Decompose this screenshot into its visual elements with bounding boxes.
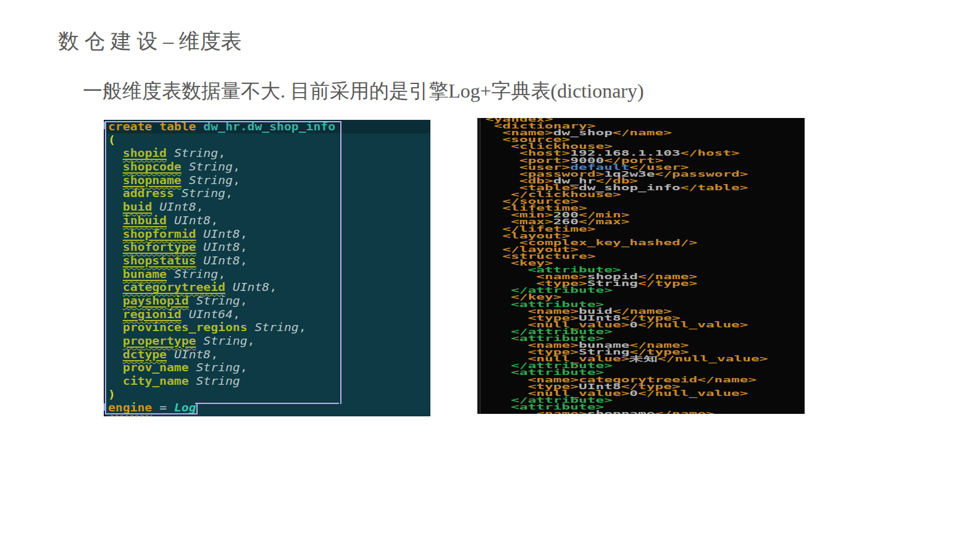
code-token: </null_value> [638,389,748,398]
code-line: categorytreeid UInt8, [108,281,335,295]
code-line: propertype String, [108,335,335,348]
code-line: shopid String, [108,147,335,161]
code-token: UInt8 [196,241,240,253]
code-token [108,361,123,374]
code-token [108,174,123,187]
code-token: UInt8 [152,201,196,213]
code-token: </name> [613,128,672,137]
code-token: </host> [681,149,740,158]
code-token: String [167,268,218,280]
code-token: UInt8 [196,228,240,240]
code-token: </password> [655,170,748,179]
code-token: , [240,254,248,267]
code-token: propertype [123,335,196,347]
gutter-caret-mark [104,403,106,411]
code-token: </type> [638,279,697,288]
code-line: ) [108,389,335,402]
code-token [108,201,123,213]
code-token [108,228,123,240]
code-token [108,161,123,173]
code-line: regionid UInt64, [108,308,335,322]
code-token: dctype [123,348,167,361]
code-line: buname String, [108,268,335,282]
code-token: , [225,187,233,200]
code-line: shopname String, [108,174,335,188]
code-token [108,295,123,307]
code-token: inbuid [123,214,167,227]
code-token: , [269,281,277,293]
code-token: , [218,268,225,280]
code-token: shopcode [123,161,182,173]
code-token: shopformid [123,228,196,240]
code-token: ( [108,134,115,146]
code-token: provinces_regions [123,321,248,334]
code-line: shopcode String, [108,161,335,174]
code-token: shopname [123,174,182,187]
code-token [108,335,123,347]
code-token: </table> [681,183,748,192]
code-token [108,281,123,293]
code-line: provinces_regions String, [108,321,335,335]
code-token: String [196,335,247,347]
code-line: address String, [108,187,335,201]
code-line: payshopid String, [108,295,335,308]
code-token: UInt8 [225,281,269,293]
code-token: , [240,361,248,374]
gutter-caret-mark [104,122,106,129]
code-line: create table dw_hr.dw_shop_info [108,120,335,134]
code-token: regionid [123,308,182,321]
code-token: , [233,161,240,173]
code-token: address [123,187,174,200]
code-token: create table [108,120,203,133]
code-token: , [240,241,248,253]
code-token: String [174,187,225,200]
code-token: </null_value> [638,321,748,329]
code-token: String [167,147,218,159]
code-token: UInt8 [167,214,211,227]
code-token: categorytreeid [123,281,225,293]
code-token: shopid [123,147,167,159]
code-token: String [248,321,299,334]
code-token: 0 [629,389,638,398]
code-token [108,308,123,321]
code-token: Log [174,402,196,414]
code-token: UInt8 [167,348,211,361]
code-token [108,187,123,200]
slide-canvas: 数 仓 建 设 – 维度表 一般维度表数据量不大. 目前采用的是引擎Log+字典… [0,0,980,551]
code-token: , [240,228,248,240]
editor-gutter [104,120,106,416]
code-line: <name>shopname</name> [485,411,768,414]
page-title: 数 仓 建 设 – 维度表 [58,27,242,56]
code-token [108,214,123,227]
code-token: , [218,147,225,159]
xml-code: <yandex> <dictionary> <name>dw_shop</nam… [485,119,634,414]
code-line: engine = Log [108,402,335,415]
code-token [108,348,123,361]
code-line: ( [108,134,335,148]
code-token: </name> [655,410,714,414]
code-token: String [182,161,233,173]
code-token: shopstatus [123,254,196,267]
code-token: String [189,375,240,387]
code-token: , [233,308,240,321]
code-token: ) [108,389,115,401]
code-token: shofortype [123,241,196,253]
code-line: buid UInt8, [108,201,335,214]
code-token: city_name [123,375,189,387]
code-token: dw_hr.dw_shop_info [203,120,335,133]
code-token: , [211,214,218,227]
code-token [108,321,123,334]
code-line: inbuid UInt8, [108,214,335,228]
code-token: buid [123,201,153,213]
code-token: buname [123,268,167,280]
code-token [152,402,159,414]
code-token: 0 [629,321,638,329]
code-token: String [189,361,240,374]
code-token: payshopid [123,295,189,307]
code-token: , [299,321,306,334]
code-token: , [240,295,248,307]
code-line: shopformid UInt8, [108,228,335,242]
slide-subtitle: 一般维度表数据量不大. 目前采用的是引擎Log+字典表(dictionary) [83,78,644,105]
code-line: city_name String [108,375,335,389]
code-token: , [196,201,204,213]
